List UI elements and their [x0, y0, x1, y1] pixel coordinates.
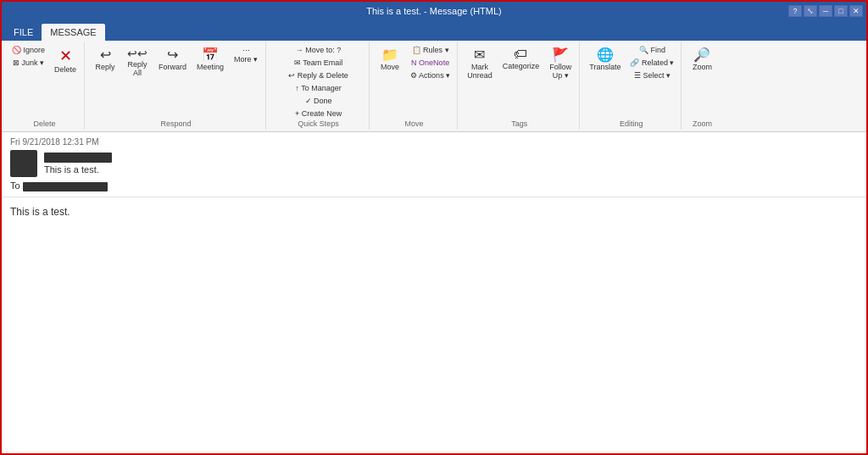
email-to-row: To	[10, 180, 858, 191]
email-body-text: This is a test.	[2, 197, 866, 226]
main-layout: ▼ Favorites Deleted Items 35 Inbox Draft…	[0, 133, 868, 455]
email-from-row: Fri 9/21/2018 12:31 PM	[10, 137, 858, 147]
email-to-label: To	[10, 180, 20, 191]
email-subject-preview: This is a test.	[44, 164, 858, 175]
message-window: This is a test. - Message (HTML) ? ⤡ ─ □…	[0, 133, 868, 455]
email-from-name	[44, 153, 858, 164]
email-avatar	[10, 150, 37, 177]
email-from-info: This is a test.	[44, 153, 858, 175]
email-to-address	[23, 182, 108, 191]
email-header-area: Fri 9/21/2018 12:31 PM This is a test.	[2, 133, 866, 197]
email-body-container: Fri 9/21/2018 12:31 PM This is a test.	[2, 133, 866, 453]
email-date: Fri 9/21/2018 12:31 PM	[10, 137, 99, 147]
email-sender-row: This is a test.	[10, 150, 858, 177]
